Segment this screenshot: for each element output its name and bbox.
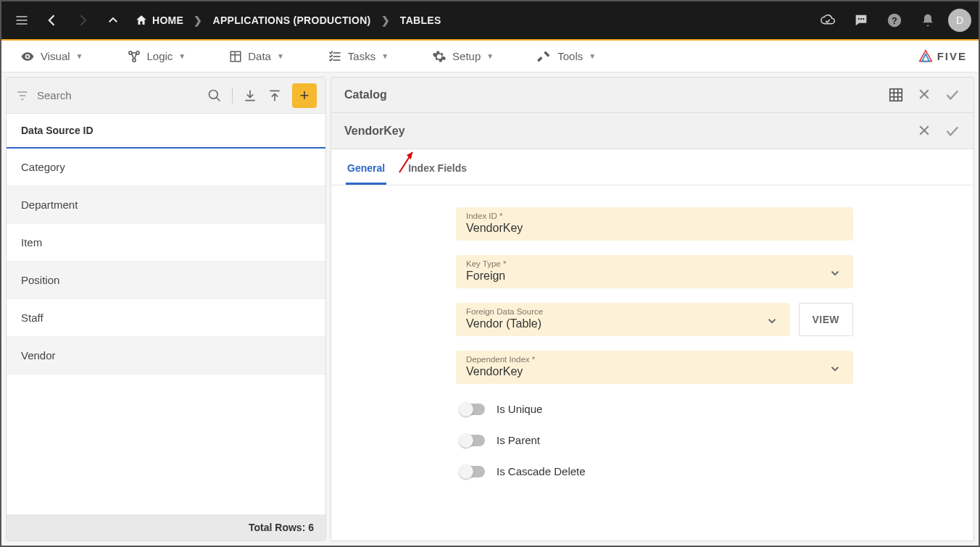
table-row[interactable]: Position <box>7 262 325 299</box>
is-parent-toggle[interactable] <box>460 435 485 446</box>
divider <box>232 88 233 104</box>
forward-icon <box>70 7 96 33</box>
foreign-ds-row: Foreign Data Source Vendor (Table) VIEW <box>456 303 853 336</box>
table-row[interactable]: Vendor <box>7 337 325 375</box>
is-cascade-label: Is Cascade Delete <box>497 465 586 477</box>
table-rows: Category Department Item Position Staff … <box>7 149 325 514</box>
vendorkey-header: VendorKey <box>331 113 974 149</box>
dropdown-icon: ▼ <box>178 52 186 60</box>
svg-text:?: ? <box>892 15 897 26</box>
view-button[interactable]: VIEW <box>799 303 853 336</box>
table-row[interactable]: Staff <box>7 299 325 337</box>
search-input[interactable] <box>37 89 200 101</box>
chevron-down-icon <box>827 267 843 283</box>
chevron-down-icon <box>827 362 843 378</box>
dropdown-icon: ▼ <box>486 52 494 60</box>
svg-rect-25 <box>890 89 902 101</box>
chevron-right-icon: ❯ <box>194 14 202 26</box>
search-actions: + <box>207 83 317 108</box>
chevron-down-icon <box>764 314 780 330</box>
topbar-left: HOME ❯ APPLICATIONS (PRODUCTION) ❯ TABLE… <box>9 7 441 33</box>
close-icon[interactable] <box>917 87 931 103</box>
dropdown-icon: ▼ <box>381 52 389 60</box>
menu-tools-label: Tools <box>557 50 583 62</box>
menu-data[interactable]: Data▼ <box>222 46 291 67</box>
grid-icon[interactable] <box>888 87 904 103</box>
menu-logic[interactable]: Logic▼ <box>120 45 194 68</box>
table-row[interactable]: Department <box>7 186 325 224</box>
key-type-field[interactable]: Key Type * Foreign <box>456 255 853 288</box>
topbar-right: ? D <box>815 7 971 33</box>
dependent-index-label: Dependent Index * <box>466 355 827 364</box>
menubar: Visual▼ Logic▼ Data▼ Tasks▼ Setup▼ Tools… <box>1 41 979 72</box>
upload-icon[interactable] <box>267 88 282 103</box>
topbar: HOME ❯ APPLICATIONS (PRODUCTION) ❯ TABLE… <box>1 1 979 41</box>
table-row[interactable]: Item <box>7 224 325 262</box>
menu-tasks[interactable]: Tasks▼ <box>320 45 396 68</box>
menu-visual[interactable]: Visual▼ <box>13 45 91 68</box>
avatar[interactable]: D <box>948 9 971 32</box>
chat-icon[interactable] <box>848 7 874 33</box>
search-icon[interactable] <box>207 88 222 103</box>
is-unique-label: Is Unique <box>497 403 542 415</box>
foreign-ds-value: Vendor (Table) <box>466 316 764 330</box>
footer-label: Total Rows: <box>249 522 305 533</box>
index-id-field[interactable]: Index ID * VendorKey <box>456 207 853 241</box>
breadcrumb-tables[interactable]: TABLES <box>400 14 441 26</box>
add-button[interactable]: + <box>292 83 317 108</box>
hamburger-icon[interactable] <box>9 7 35 33</box>
dropdown-icon: ▼ <box>76 52 83 60</box>
catalog-header: Catalog <box>331 77 974 113</box>
column-header[interactable]: Data Source ID <box>7 114 325 149</box>
bell-icon[interactable] <box>915 7 941 33</box>
is-cascade-row: Is Cascade Delete <box>456 461 853 477</box>
svg-marker-18 <box>919 50 931 61</box>
menu-logic-label: Logic <box>147 50 173 62</box>
up-icon[interactable] <box>100 7 126 33</box>
catalog-actions <box>888 87 960 103</box>
menu-setup[interactable]: Setup▼ <box>425 45 501 68</box>
is-parent-label: Is Parent <box>497 434 540 446</box>
foreign-ds-label: Foreign Data Source <box>466 307 764 316</box>
vendorkey-actions <box>917 123 960 139</box>
filter-icon[interactable] <box>15 88 30 103</box>
check-icon[interactable] <box>944 123 960 139</box>
cloud-icon[interactable] <box>815 7 841 33</box>
download-icon[interactable] <box>243 88 257 103</box>
index-id-label: Index ID * <box>466 212 843 220</box>
svg-point-5 <box>863 18 864 20</box>
brand-logo: FIVE <box>918 49 967 64</box>
back-icon[interactable] <box>39 7 65 33</box>
brand-label: FIVE <box>937 50 967 62</box>
svg-point-23 <box>209 90 218 99</box>
dependent-index-value: VendorKey <box>466 364 827 378</box>
left-panel: + Data Source ID Category Department Ite… <box>6 77 326 541</box>
dropdown-icon: ▼ <box>277 52 284 60</box>
breadcrumb-home[interactable]: HOME <box>135 14 183 27</box>
breadcrumb: HOME ❯ APPLICATIONS (PRODUCTION) ❯ TABLE… <box>135 14 441 27</box>
svg-point-4 <box>860 18 862 20</box>
svg-point-8 <box>26 55 28 57</box>
dropdown-icon: ▼ <box>589 52 596 60</box>
catalog-title: Catalog <box>344 88 387 101</box>
form-area: Index ID * VendorKey Key Type * Foreign … <box>331 185 974 541</box>
check-icon[interactable] <box>944 87 960 103</box>
dependent-index-field[interactable]: Dependent Index * VendorKey <box>456 351 853 384</box>
menu-tools[interactable]: Tools▼ <box>530 45 603 68</box>
is-unique-toggle[interactable] <box>460 404 485 415</box>
is-cascade-toggle[interactable] <box>460 466 485 477</box>
right-panel: Catalog VendorKey General Index Fields <box>331 77 974 541</box>
tab-index-fields[interactable]: Index Fields <box>407 158 468 185</box>
search-row: + <box>7 78 325 114</box>
left-panel-footer: Total Rows: 6 <box>7 514 325 540</box>
close-icon[interactable] <box>917 123 931 139</box>
table-row[interactable]: Category <box>7 149 325 186</box>
breadcrumb-home-label: HOME <box>152 14 183 26</box>
foreign-ds-field[interactable]: Foreign Data Source Vendor (Table) <box>456 303 790 336</box>
help-icon[interactable]: ? <box>881 7 908 33</box>
tab-general[interactable]: General <box>346 158 386 185</box>
breadcrumb-applications[interactable]: APPLICATIONS (PRODUCTION) <box>213 14 371 26</box>
menu-setup-label: Setup <box>452 50 481 62</box>
tabs: General Index Fields <box>331 149 974 185</box>
menu-data-label: Data <box>248 50 271 62</box>
